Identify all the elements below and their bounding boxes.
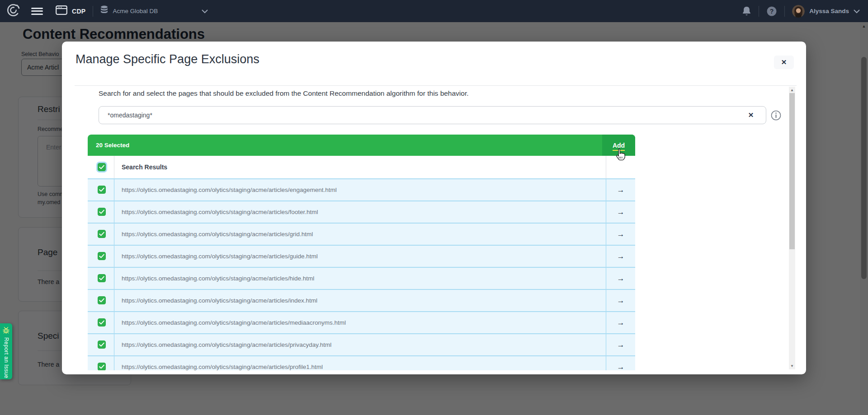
app-window-icon <box>56 5 67 17</box>
nav-divider <box>759 6 759 17</box>
row-checkbox[interactable] <box>98 274 106 282</box>
column-divider <box>114 334 114 355</box>
result-row[interactable]: https://olytics.omedastaging.com/olytics… <box>88 246 635 268</box>
top-nav: CDP Acme Global DB <box>0 0 868 22</box>
omeda-logo-icon[interactable] <box>6 3 20 19</box>
scroll-up-arrow[interactable]: ▲ <box>789 88 795 92</box>
row-open-arrow-button[interactable]: → <box>606 179 635 201</box>
user-chevron-down-icon[interactable] <box>854 7 860 15</box>
row-checkbox[interactable] <box>98 296 106 304</box>
row-open-arrow-button[interactable]: → <box>606 290 635 311</box>
modal-scrollbar[interactable]: ▲ ▼ <box>789 87 795 369</box>
modal-title: Manage Specific Page Exclusions <box>75 52 259 66</box>
selection-bar: 20 Selected Add <box>88 135 635 156</box>
nav-divider <box>784 6 785 17</box>
row-open-arrow-button[interactable]: → <box>606 224 635 245</box>
user-avatar[interactable] <box>792 5 805 18</box>
clear-x-icon: ✕ <box>748 111 754 119</box>
result-row[interactable]: https://olytics.omedastaging.com/olytics… <box>88 312 635 334</box>
result-url: https://olytics.omedastaging.com/olytics… <box>122 179 337 201</box>
result-row[interactable]: https://olytics.omedastaging.com/olytics… <box>88 201 635 224</box>
row-open-arrow-button[interactable]: → <box>606 312 635 333</box>
user-name: Alyssa Sands <box>809 8 849 14</box>
row-open-arrow-button[interactable]: → <box>606 334 635 355</box>
bug-icon <box>2 326 10 335</box>
result-row[interactable]: https://olytics.omedastaging.com/olytics… <box>88 334 635 356</box>
result-row[interactable]: https://olytics.omedastaging.com/olytics… <box>88 224 635 246</box>
results-rows: https://olytics.omedastaging.com/olytics… <box>88 179 635 370</box>
help-icon[interactable]: ? <box>766 6 777 17</box>
result-row[interactable]: https://olytics.omedastaging.com/olytics… <box>88 268 635 290</box>
modal-instruction-text: Search for and select the pages that sho… <box>99 89 469 98</box>
select-all-checkbox[interactable] <box>98 163 106 171</box>
row-checkbox[interactable] <box>98 252 106 260</box>
cdp-label: CDP <box>72 8 85 15</box>
chevron-down-icon <box>202 7 208 15</box>
app-root: CDP Acme Global DB <box>0 0 868 415</box>
search-input-value: *omedastaging* <box>108 107 152 124</box>
svg-text:?: ? <box>770 7 774 14</box>
notifications-bell-icon[interactable] <box>742 6 751 16</box>
database-name: Acme Global DB <box>113 8 158 14</box>
modal-scroll-body: Search for and select the pages that sho… <box>62 86 806 370</box>
result-url: https://olytics.omedastaging.com/olytics… <box>122 334 331 355</box>
row-open-arrow-button[interactable]: → <box>606 356 635 370</box>
result-url: https://olytics.omedastaging.com/olytics… <box>122 201 318 223</box>
selected-count-label: 20 Selected <box>96 135 129 156</box>
result-url: https://olytics.omedastaging.com/olytics… <box>122 268 314 289</box>
column-divider <box>114 156 114 178</box>
result-url: https://olytics.omedastaging.com/olytics… <box>122 224 313 245</box>
modal-close-button[interactable]: ✕ <box>774 56 794 69</box>
row-checkbox[interactable] <box>98 230 106 238</box>
page-search-input[interactable]: *omedastaging* ✕ <box>99 106 766 124</box>
row-open-arrow-button[interactable]: → <box>606 246 635 267</box>
manage-page-exclusions-modal: Manage Specific Page Exclusions ✕ Search… <box>62 42 806 374</box>
modal-scrollbar-thumb[interactable] <box>789 93 795 249</box>
report-issue-label: Report an Issue <box>3 337 9 378</box>
column-divider <box>114 268 114 289</box>
scroll-down-arrow[interactable]: ▼ <box>789 364 795 368</box>
search-info-icon[interactable] <box>771 110 781 121</box>
report-issue-button[interactable]: Report an Issue <box>0 323 12 379</box>
column-divider <box>114 356 114 370</box>
column-divider <box>114 246 114 267</box>
column-divider <box>114 224 114 245</box>
add-button[interactable]: Add <box>602 135 635 156</box>
result-row[interactable]: https://olytics.omedastaging.com/olytics… <box>88 290 635 312</box>
result-row[interactable]: https://olytics.omedastaging.com/olytics… <box>88 356 635 370</box>
result-row[interactable]: https://olytics.omedastaging.com/olytics… <box>88 179 635 201</box>
close-icon: ✕ <box>781 58 787 66</box>
row-checkbox[interactable] <box>98 208 106 216</box>
database-selector[interactable]: Acme Global DB <box>100 5 208 17</box>
row-open-arrow-button[interactable]: → <box>606 268 635 289</box>
nav-divider <box>93 6 93 17</box>
row-open-arrow-button[interactable]: → <box>606 201 635 223</box>
cdp-app-switcher[interactable]: CDP <box>56 5 85 17</box>
column-divider <box>114 179 114 201</box>
database-icon <box>100 5 108 17</box>
column-divider <box>114 312 114 333</box>
search-clear-button[interactable]: ✕ <box>745 110 757 121</box>
results-header-label: Search Results <box>122 156 167 178</box>
row-checkbox[interactable] <box>98 186 106 194</box>
row-checkbox[interactable] <box>98 363 106 370</box>
result-url: https://olytics.omedastaging.com/olytics… <box>122 246 318 267</box>
menu-hamburger-icon[interactable] <box>31 7 43 16</box>
column-divider <box>114 290 114 311</box>
result-url: https://olytics.omedastaging.com/olytics… <box>122 312 346 333</box>
results-header-row: Search Results <box>88 156 635 179</box>
row-checkbox[interactable] <box>98 318 106 326</box>
result-url: https://olytics.omedastaging.com/olytics… <box>122 356 323 370</box>
row-checkbox[interactable] <box>98 340 106 349</box>
column-divider <box>114 201 114 223</box>
result-url: https://olytics.omedastaging.com/olytics… <box>122 290 317 311</box>
column-divider <box>606 156 606 178</box>
